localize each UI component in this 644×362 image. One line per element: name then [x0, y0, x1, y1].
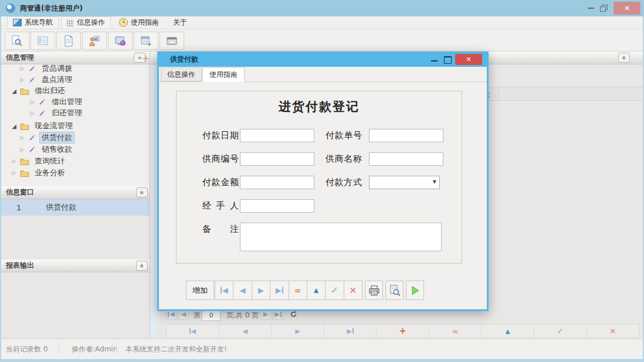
menu-info-ops[interactable]: 信息操作 [61, 16, 111, 29]
dlg-nav-last-button[interactable]: ▶ [270, 281, 289, 300]
expander-icon[interactable]: ▷ [29, 110, 35, 116]
tree-item-cashflow[interactable]: ◢ 现金流管理 [11, 120, 75, 132]
expander-icon[interactable]: ◢ [11, 123, 17, 129]
run-button[interactable] [406, 281, 424, 300]
menu-label: 系统导航 [25, 18, 53, 28]
cross-icon: ✕ [609, 327, 616, 336]
window-card-button[interactable] [160, 32, 184, 50]
screen-design-button[interactable] [108, 32, 133, 50]
dialog-tab-info-ops[interactable]: 信息操作 [161, 67, 202, 81]
statusbar: 当前记录数 0 操作者:Admin 本系统支持二次开发和全新开发! [0, 339, 644, 359]
expander-icon[interactable]: ▷ [19, 135, 25, 141]
dialog-tab-user-guide[interactable]: 使用指南 [202, 67, 245, 82]
dialog-restore-button[interactable] [444, 56, 452, 64]
tree-item-business-analysis[interactable]: ▷ 业务分析 [11, 167, 67, 179]
close-button[interactable]: ✕ [614, 2, 640, 15]
check-icon: ✓ [557, 326, 564, 336]
tree-item-query-stats[interactable]: ▷ 查询统计 [11, 155, 67, 167]
restore-button[interactable] [600, 5, 608, 12]
print-button[interactable] [365, 281, 383, 300]
panel-title: 报表输出 [6, 261, 34, 271]
menubar: 系统导航 信息操作 使用指南 关于 [0, 16, 644, 29]
user-report-button[interactable] [82, 32, 107, 50]
input-pay-date[interactable] [240, 129, 314, 142]
tree-item-supplier-payment[interactable]: ▷ 供货付款 [19, 132, 74, 144]
dlg-nav-edit-button[interactable]: ▲ [307, 281, 326, 300]
dlg-nav-delete-button[interactable]: = [289, 281, 307, 300]
nav-edit-button[interactable]: ▲ [482, 324, 534, 338]
dialog-minimize-button[interactable] [431, 60, 438, 62]
nav-delete-button[interactable]: = [429, 324, 482, 338]
grid-icon [67, 19, 74, 26]
menu-system-nav[interactable]: 系统导航 [7, 16, 59, 29]
dialog-title: 供货付款 [170, 52, 198, 67]
tree-item-goods-transfer[interactable]: ▷ 货品调拨 [19, 64, 74, 74]
window-title: 商管通(非注册用户) [20, 4, 83, 13]
tree-label: 销售收款 [39, 144, 74, 155]
input-handler[interactable] [240, 199, 314, 213]
nav-insert-button[interactable]: + [377, 324, 429, 338]
dlg-nav-prev-button[interactable]: ◀ [233, 281, 252, 300]
input-remark[interactable] [240, 223, 442, 251]
expander-icon[interactable]: ▷ [19, 146, 25, 152]
detail-list-button[interactable] [30, 32, 55, 50]
menu-label: 关于 [173, 18, 187, 28]
dialog-close-button[interactable]: ✕ [455, 54, 482, 65]
search-document-button[interactable] [5, 32, 29, 50]
window-panel-collapse-button[interactable]: « [136, 187, 148, 197]
input-pay-amount[interactable] [240, 176, 314, 189]
window-list-item[interactable]: 1 供货付款 [1, 199, 150, 216]
pay-method-combobox[interactable]: ▼ [369, 176, 440, 189]
nav-post-button[interactable]: ✓ [534, 324, 587, 338]
expander-icon[interactable]: ▷ [19, 77, 25, 83]
chevron-up-icon: « [139, 264, 145, 268]
input-supplier-code[interactable] [240, 152, 314, 166]
label-supplier-code: 供商编号 [202, 152, 239, 165]
dlg-nav-post-button[interactable]: ✓ [326, 281, 344, 300]
add-tab-icon[interactable]: + [142, 53, 150, 64]
document-button[interactable] [56, 32, 81, 50]
panel-header-info: 信息管理 [1, 52, 150, 64]
tree-label: 业务分析 [32, 167, 67, 179]
window-border-left [0, 16, 1, 359]
collapse-left-icon: « [138, 54, 142, 62]
status-operator: 操作者:Admin [72, 344, 117, 354]
pager-refresh-icon[interactable] [290, 310, 297, 318]
tree-item-sales-receipt[interactable]: ▷ 销售收款 [19, 144, 74, 155]
nav-last-button[interactable]: ▶ [324, 324, 377, 338]
tab-label: 使用指南 [209, 70, 238, 80]
expander-icon[interactable]: ▷ [29, 99, 35, 105]
tree-item-lend-return[interactable]: ◢ 借出归还 [11, 85, 67, 97]
play-icon [410, 285, 421, 296]
dlg-nav-next-button[interactable]: ▶ [252, 281, 270, 300]
input-supplier-name[interactable] [369, 152, 443, 166]
folder-icon [20, 122, 29, 130]
input-pay-no[interactable] [369, 129, 443, 142]
tree-item-stocktake[interactable]: ▷ 盘点清理 [19, 74, 74, 86]
label-pay-amount: 付款金额 [202, 176, 239, 189]
preview-button[interactable] [385, 281, 404, 300]
wand-icon [38, 109, 46, 117]
tree-item-lend-manage[interactable]: ▷ 借出管理 [29, 96, 84, 108]
expander-icon[interactable]: ▷ [11, 170, 17, 176]
system-nav-icon [13, 19, 22, 26]
menu-user-guide[interactable]: 使用指南 [113, 16, 165, 29]
report-panel-collapse-button[interactable]: « [136, 261, 148, 271]
nav-next-button[interactable]: ▶ [272, 324, 324, 338]
add-record-button[interactable]: 增加 [186, 281, 214, 300]
sidebar-splitter[interactable] [150, 64, 157, 339]
expander-icon[interactable]: ▷ [11, 158, 17, 164]
menu-about[interactable]: 关于 [167, 16, 193, 29]
expander-icon[interactable]: ▷ [19, 66, 25, 71]
minimize-button[interactable] [588, 8, 594, 9]
dlg-nav-cancel-button[interactable]: ✕ [344, 281, 362, 300]
table-add-button[interactable] [134, 32, 158, 50]
tree-item-return-manage[interactable]: ▷ 归还管理 [29, 107, 84, 119]
nav-prev-button[interactable]: ◀ [219, 324, 272, 338]
expander-icon[interactable]: ◢ [11, 88, 17, 94]
content-collapse-button[interactable]: « [618, 53, 630, 63]
nav-first-button[interactable]: ◀ [166, 324, 219, 338]
nav-cancel-button[interactable]: ✕ [587, 324, 640, 338]
dlg-nav-first-button[interactable]: ◀ [215, 281, 233, 300]
list-item-label: 供货付款 [46, 202, 76, 213]
